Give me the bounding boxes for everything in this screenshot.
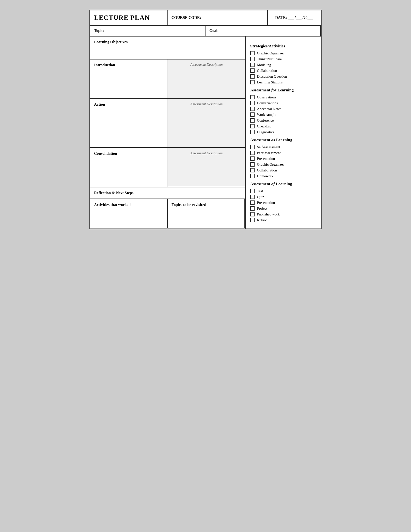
- topic-goal-row: Topic: Goal:: [90, 26, 321, 37]
- list-item[interactable]: Think/Pair/Share: [250, 57, 317, 61]
- strategy-label-3: Collaboration: [257, 69, 277, 73]
- checkbox-graphic-organizer[interactable]: [250, 51, 255, 55]
- assessment-for-title: Assessment for Learning: [250, 88, 317, 93]
- topic-label: Topic:: [94, 28, 104, 33]
- list-item[interactable]: Learning Stations: [250, 80, 317, 84]
- checkbox-anecdotal-notes[interactable]: [250, 107, 255, 111]
- aal-label-3: Graphic Organizer: [257, 162, 284, 167]
- checkbox-discussion-question[interactable]: [250, 74, 255, 79]
- introduction-label: Introduction: [94, 63, 164, 67]
- checkbox-collaboration-as[interactable]: [250, 168, 255, 172]
- aal-label-5: Homework: [257, 174, 273, 178]
- checkbox-work-sample[interactable]: [250, 113, 255, 117]
- checkbox-project[interactable]: [250, 206, 255, 211]
- strategies-title: Strategies/Activities: [250, 44, 317, 49]
- afl-label-2: Anecdotal Notes: [257, 107, 281, 111]
- list-item[interactable]: Anecdotal Notes: [250, 107, 317, 111]
- checkbox-checklist[interactable]: [250, 124, 255, 128]
- assessment-for-items: Observations Conversations Anecdotal Not…: [250, 95, 317, 134]
- assessment-for-prefix: Assessment: [250, 88, 271, 92]
- activities-worked-label: Activities that worked: [94, 203, 163, 207]
- list-item[interactable]: Presentation: [250, 156, 317, 161]
- aal-label-1: Peer-assessment: [257, 151, 281, 155]
- assessment-as-items: Self-assessment Peer-assessment Presenta…: [250, 145, 317, 178]
- introduction-assessment[interactable]: Assessment Description: [168, 59, 245, 98]
- strategy-label-1: Think/Pair/Share: [257, 57, 282, 61]
- list-item[interactable]: Published work: [250, 212, 317, 216]
- list-item[interactable]: Collaboration: [250, 68, 317, 73]
- list-item[interactable]: Quiz: [250, 195, 317, 199]
- checkbox-graphic-organizer-as[interactable]: [250, 162, 255, 167]
- aol-label-2: Presentation: [257, 201, 275, 205]
- checkbox-quiz[interactable]: [250, 195, 255, 199]
- list-item[interactable]: Rubric: [250, 218, 317, 222]
- list-item[interactable]: Checklist: [250, 124, 317, 128]
- strategy-label-0: Graphic Organizer: [257, 51, 284, 55]
- afl-label-0: Observations: [257, 95, 276, 99]
- aol-label-5: Rubric: [257, 218, 267, 222]
- list-item[interactable]: Graphic Organizer: [250, 162, 317, 167]
- checkbox-conversations[interactable]: [250, 101, 255, 105]
- list-item[interactable]: Collaboration: [250, 168, 317, 172]
- topics-revisited[interactable]: Topics to be revisited: [168, 199, 245, 228]
- afl-label-4: Conference: [257, 118, 274, 123]
- checkbox-published-work[interactable]: [250, 212, 255, 216]
- checkbox-conference[interactable]: [250, 118, 255, 123]
- list-item[interactable]: Peer-assessment: [250, 151, 317, 155]
- checkbox-observations[interactable]: [250, 95, 255, 99]
- assessment-as-suffix: Learning: [275, 138, 292, 142]
- list-item[interactable]: Conversations: [250, 101, 317, 105]
- reflection-row: Reflection & Next Steps: [90, 187, 245, 199]
- aol-label-1: Quiz: [257, 195, 264, 199]
- checkbox-modeling[interactable]: [250, 63, 255, 67]
- checkbox-peer-assessment[interactable]: [250, 151, 255, 155]
- assessment-of-prefix: Assessment: [250, 182, 271, 186]
- consolidation-left[interactable]: Consolidation: [90, 148, 168, 187]
- main-content: Learning Objectives Introduction Assessm…: [90, 37, 321, 228]
- strategy-label-2: Modeling: [257, 63, 271, 67]
- activities-worked[interactable]: Activities that worked: [90, 199, 168, 228]
- learning-objectives-content[interactable]: Learning Objectives: [90, 37, 245, 59]
- goal-cell[interactable]: Goal:: [206, 26, 321, 36]
- action-assessment[interactable]: Assessment Description: [168, 99, 245, 147]
- checkbox-presentation-of[interactable]: [250, 200, 255, 205]
- consolidation-assessment[interactable]: Assessment Description: [168, 148, 245, 187]
- list-item[interactable]: Graphic Organizer: [250, 51, 317, 55]
- list-item[interactable]: Presentation: [250, 200, 317, 205]
- checkbox-self-assessment[interactable]: [250, 145, 255, 149]
- checkbox-rubric[interactable]: [250, 218, 255, 222]
- left-column: Learning Objectives Introduction Assessm…: [90, 37, 246, 228]
- checkbox-homework[interactable]: [250, 174, 255, 178]
- aal-label-2: Presentation: [257, 157, 275, 161]
- aal-label-0: Self-assessment: [257, 145, 280, 149]
- checkbox-diagnostics[interactable]: [250, 130, 255, 134]
- right-column: Strategies/Activities Graphic Organizer …: [246, 37, 321, 228]
- introduction-left[interactable]: Introduction: [90, 59, 168, 98]
- aol-label-3: Project: [257, 207, 267, 211]
- action-left[interactable]: Action: [90, 99, 168, 147]
- checkbox-test[interactable]: [250, 189, 255, 193]
- date-field[interactable]: DATE: ___ /___ /20___: [268, 10, 321, 25]
- checkbox-think-pair-share[interactable]: [250, 57, 255, 61]
- learning-objectives-section: Learning Objectives: [90, 37, 245, 59]
- checkbox-collaboration[interactable]: [250, 68, 255, 73]
- checkbox-presentation-as[interactable]: [250, 156, 255, 161]
- strategies-title-text: Strategies/Activities: [250, 44, 285, 48]
- list-item[interactable]: Conference: [250, 118, 317, 123]
- list-item[interactable]: Homework: [250, 174, 317, 178]
- list-item[interactable]: Work sample: [250, 113, 317, 117]
- assessment-for-suffix: Learning: [276, 88, 293, 92]
- list-item[interactable]: Test: [250, 189, 317, 193]
- list-item[interactable]: Project: [250, 206, 317, 211]
- list-item[interactable]: Observations: [250, 95, 317, 99]
- list-item[interactable]: Diagnostics: [250, 130, 317, 134]
- course-code-field[interactable]: COURSE CODE:: [168, 10, 268, 25]
- assessment-for-section: Assessment for Learning Observations Con…: [250, 88, 317, 134]
- list-item[interactable]: Discussion Question: [250, 74, 317, 79]
- date-label: DATE: ___ /___ /20___: [275, 16, 313, 20]
- assessment-of-section: Assessment of Learning Test Quiz Present…: [250, 182, 317, 222]
- checkbox-learning-stations[interactable]: [250, 80, 255, 84]
- list-item[interactable]: Self-assessment: [250, 145, 317, 149]
- topic-cell[interactable]: Topic:: [90, 26, 206, 36]
- list-item[interactable]: Modeling: [250, 63, 317, 67]
